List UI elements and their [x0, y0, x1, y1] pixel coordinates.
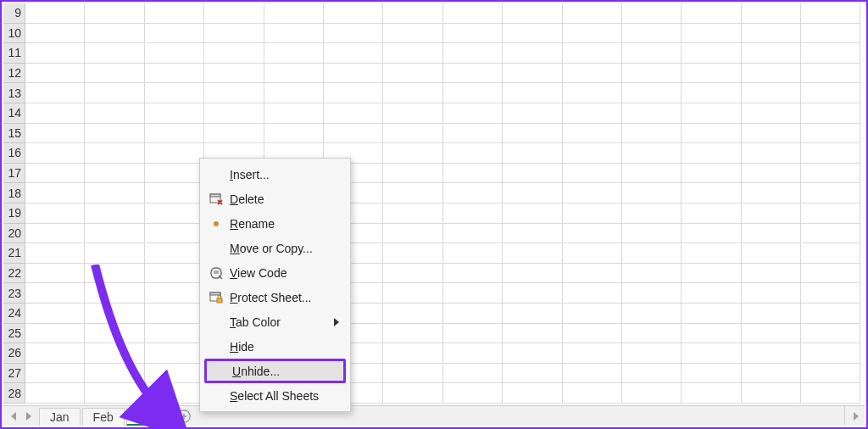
cell[interactable]	[145, 224, 204, 244]
cell[interactable]	[443, 143, 503, 164]
cell[interactable]	[622, 83, 682, 103]
cell[interactable]	[85, 343, 144, 364]
cell[interactable]	[622, 64, 682, 84]
cell[interactable]	[563, 383, 622, 404]
cell[interactable]	[801, 64, 860, 84]
cell[interactable]	[25, 143, 85, 164]
row-header[interactable]: 9	[3, 3, 25, 24]
cell[interactable]	[264, 64, 324, 84]
menu-item-hide[interactable]: Hide	[204, 334, 346, 359]
row-header[interactable]: 18	[3, 183, 25, 203]
menu-item-protect[interactable]: Protect Sheet...	[204, 285, 346, 309]
cell[interactable]	[682, 343, 741, 364]
row-header[interactable]: 14	[3, 103, 25, 124]
cell[interactable]	[563, 103, 622, 124]
cell[interactable]	[25, 203, 85, 224]
cell[interactable]	[742, 164, 801, 184]
cell[interactable]	[742, 124, 801, 144]
row-header[interactable]: 24	[3, 304, 25, 324]
cell[interactable]	[85, 203, 144, 224]
cell[interactable]	[801, 143, 860, 164]
cell[interactable]	[742, 343, 801, 364]
cell[interactable]	[145, 103, 204, 124]
cell[interactable]	[85, 183, 144, 203]
cell[interactable]	[443, 324, 503, 344]
cell[interactable]	[563, 3, 622, 24]
cell[interactable]	[622, 24, 682, 44]
cell[interactable]	[443, 364, 503, 384]
cell[interactable]	[801, 264, 860, 284]
cell[interactable]	[622, 43, 682, 64]
cell[interactable]	[443, 224, 503, 244]
menu-item-rename[interactable]: Rename	[204, 211, 346, 236]
cell[interactable]	[503, 383, 562, 404]
cell[interactable]	[85, 324, 144, 344]
cell[interactable]	[443, 183, 503, 203]
cell[interactable]	[443, 24, 503, 44]
cell[interactable]	[742, 304, 801, 324]
cell[interactable]	[563, 43, 622, 64]
cell[interactable]	[801, 183, 860, 203]
cell[interactable]	[742, 83, 801, 103]
cell[interactable]	[85, 43, 144, 64]
menu-item-selectall[interactable]: Select All Sheets	[204, 383, 346, 408]
cell[interactable]	[801, 304, 860, 324]
cell[interactable]	[443, 64, 503, 84]
cell[interactable]	[85, 383, 144, 404]
cell[interactable]	[503, 203, 562, 224]
cell[interactable]	[622, 183, 682, 203]
cell[interactable]	[622, 224, 682, 244]
cell[interactable]	[682, 103, 741, 124]
cell[interactable]	[25, 24, 85, 44]
cell[interactable]	[801, 43, 860, 64]
row-header[interactable]: 23	[3, 283, 25, 304]
cell[interactable]	[622, 143, 682, 164]
cell[interactable]	[145, 143, 204, 164]
cell[interactable]	[324, 64, 383, 84]
cell[interactable]	[383, 304, 442, 324]
cell[interactable]	[443, 383, 503, 404]
cell[interactable]	[383, 24, 442, 44]
cell[interactable]	[682, 224, 741, 244]
cell[interactable]	[383, 64, 442, 84]
cell[interactable]	[264, 3, 324, 24]
cell[interactable]	[801, 224, 860, 244]
cell[interactable]	[503, 143, 562, 164]
cell[interactable]	[25, 83, 85, 103]
cell[interactable]	[85, 3, 144, 24]
cell[interactable]	[682, 124, 741, 144]
cell[interactable]	[503, 103, 562, 124]
cell[interactable]	[85, 164, 144, 184]
cell[interactable]	[682, 264, 741, 284]
cell[interactable]	[622, 3, 682, 24]
cell[interactable]	[503, 24, 562, 44]
cell[interactable]	[742, 3, 801, 24]
row-header[interactable]: 15	[3, 124, 25, 144]
cell[interactable]	[742, 64, 801, 84]
cell[interactable]	[801, 83, 860, 103]
cell[interactable]	[145, 164, 204, 184]
row-header[interactable]: 20	[3, 224, 25, 244]
cell[interactable]	[682, 243, 741, 264]
cell[interactable]	[622, 343, 682, 364]
row-header[interactable]: 25	[3, 324, 25, 344]
cell[interactable]	[85, 243, 144, 264]
cell[interactable]	[443, 124, 503, 144]
cell[interactable]	[264, 103, 324, 124]
cell[interactable]	[25, 383, 85, 404]
cell[interactable]	[563, 143, 622, 164]
cell[interactable]	[563, 164, 622, 184]
cell[interactable]	[563, 324, 622, 344]
cell[interactable]	[503, 83, 562, 103]
cell[interactable]	[443, 304, 503, 324]
cell[interactable]	[145, 324, 204, 344]
cell[interactable]	[383, 343, 442, 364]
cell[interactable]	[622, 264, 682, 284]
cell[interactable]	[801, 364, 860, 384]
cell[interactable]	[682, 304, 741, 324]
cell[interactable]	[801, 124, 860, 144]
menu-item-movecopy[interactable]: Move or Copy...	[204, 236, 346, 260]
cell[interactable]	[85, 124, 144, 144]
cell[interactable]	[563, 243, 622, 264]
cell[interactable]	[383, 203, 442, 224]
